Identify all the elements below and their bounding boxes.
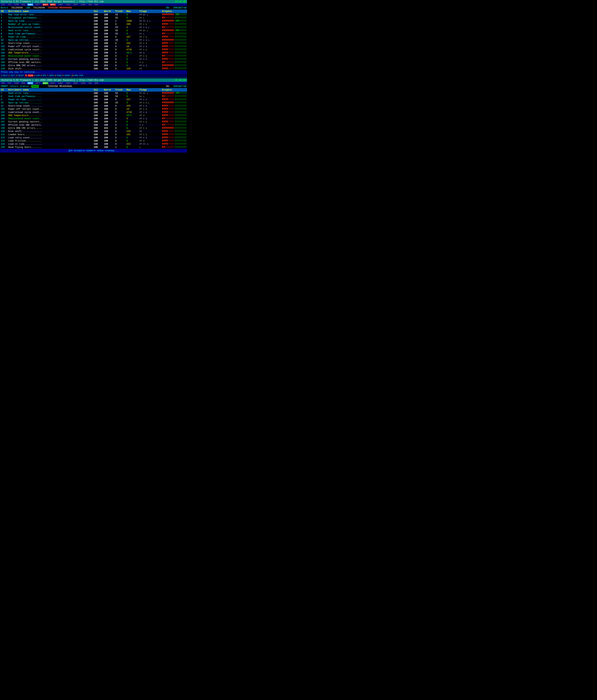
cell-name: HDD Temperature.......... — [8, 52, 94, 54]
cell-id: 220 — [1, 68, 8, 70]
table-header-1: ID Attributs name Val Worst Tresh Raw Fl… — [0, 9, 187, 13]
cell-flags: Pr L — [140, 17, 162, 19]
cell-id: 224 — [1, 140, 8, 142]
cell-name: Seek time perfomance..... — [8, 32, 94, 35]
cell-name: Ultra DMA CRC errors..... — [8, 127, 94, 130]
cell-raw: 38°C — [126, 114, 140, 117]
cell-id: 240 — [1, 146, 8, 149]
cell-val: 100 — [94, 48, 104, 51]
cell-worst: 100 — [104, 52, 115, 54]
cell-val: 100 — [94, 32, 104, 35]
cell-id: 2 — [1, 17, 8, 19]
cell-name: Raw read error rate....... — [8, 14, 94, 16]
cell-thresh: 0 — [115, 64, 126, 67]
cell-graphic — [162, 32, 186, 35]
cell-worst: 100 — [104, 136, 115, 139]
cell-graphic — [162, 26, 186, 29]
cell-worst: 100 — [104, 146, 115, 149]
cell-thresh: 0 — [115, 55, 126, 57]
cell-name: Offline scan UNC sectors. — [8, 61, 94, 64]
cell-worst: 100 — [104, 111, 115, 114]
cell-val: 100 — [94, 42, 104, 45]
cell-flags: Pf C S — [140, 121, 162, 123]
cell-id: 192 — [1, 108, 8, 110]
cell-val: 105 — [94, 39, 104, 42]
cell-id: 198 — [1, 61, 8, 64]
cell-name: Seek error rate.......... — [8, 92, 94, 95]
tag2-drsc[interactable]: DRSC — [27, 82, 33, 84]
cell-worst: 100 — [104, 98, 115, 101]
cell-id: 192 — [1, 45, 8, 48]
cell-raw: 280 — [126, 23, 140, 26]
cell-name: Load/unload cycle count.. — [8, 111, 94, 114]
cell-worst: 100 — [104, 39, 115, 42]
table-row: 8 Seek time perfomance..... 100 100 50 0… — [0, 32, 187, 35]
cell-val: 100 — [94, 98, 104, 101]
cell-raw: 0 — [126, 102, 140, 104]
col2-graphic-header: Graphic — [162, 89, 186, 91]
cell-worst: 100 — [104, 68, 115, 70]
tag2-unc: UNC — [88, 82, 93, 84]
cell-graphic — [162, 136, 186, 139]
screen2: Victoria 3.52 freeware | (c) 2002-2006 S… — [0, 78, 187, 153]
cell-graphic — [162, 117, 186, 120]
cell-flags: Pf C S L — [140, 39, 162, 41]
cell-val: 100 — [94, 36, 104, 38]
cell-graphic — [162, 35, 186, 38]
tag2-amnf: AMNF — [57, 82, 64, 84]
cell-raw: 253 — [126, 143, 140, 146]
cell-raw: 159 — [126, 68, 140, 70]
sn-value-1: 28K1W271W — [173, 6, 186, 9]
cell-name: HDD Temperature.......... — [8, 114, 94, 117]
cell-graphic — [162, 127, 186, 130]
table-body-1: 1 Raw read error rate....... 100 100 50 … — [0, 13, 187, 70]
bottom-msg: Для возврата нажмите любую клавишу... — [69, 149, 118, 152]
table-header-2: ID Attributs name Val Worst Tresh Raw Fl… — [0, 88, 187, 92]
cell-thresh: 0 — [115, 45, 126, 48]
cell-flags: Pf C S — [140, 42, 162, 45]
cell-name: Offline scan UNC sectors. — [8, 124, 94, 126]
app-title-2: Victoria 3.52 freeware | (c) 2002-2006 S… — [1, 79, 103, 81]
cell-flags: Pf C S — [140, 111, 162, 114]
cell-flags: Pf C S — [140, 99, 162, 101]
cell-flags: Pf C S L — [140, 102, 162, 104]
cell-val: 100 — [94, 58, 104, 60]
cell-thresh: 50 — [115, 17, 126, 19]
cell-worst: 100 — [104, 29, 115, 32]
tag-drsc-1[interactable]: DRSC — [27, 4, 33, 6]
cell-raw: 0 — [126, 32, 140, 35]
cell-name: Spin-up retries.......... — [8, 102, 94, 104]
cell-id: 9 — [1, 98, 8, 101]
tag2-wrft: WRFT — [35, 82, 41, 84]
table-row: 223 Load retry count......... 100 100 0 … — [0, 136, 187, 139]
cell-id: 199 — [1, 64, 8, 67]
tag2-bbk: BBK — [94, 82, 99, 84]
cell-worst: 100 — [104, 130, 115, 133]
cell-flags: Pf C S — [140, 108, 162, 110]
cell-raw: 4734 — [126, 48, 140, 51]
table-row: 240 Head flying hours........ 100 100 1 … — [0, 146, 187, 149]
cell-thresh: 0 — [115, 121, 126, 123]
col-val-header: Val — [94, 10, 104, 13]
table-body-2: 7 Seek error rate.......... 100 100 50 0… — [0, 92, 187, 149]
cell-name: Power-off retract count.. — [8, 45, 94, 48]
table-row: 10 Spin-up retries.......... 105 100 30 … — [0, 39, 187, 42]
cell-val: 100 — [94, 55, 104, 57]
screen-separator — [0, 77, 187, 78]
table-row: 10 Spin-up retries.......... 105 100 30 … — [0, 101, 187, 104]
cell-raw: 38°C — [126, 52, 140, 54]
tag-crc: CRC — [1, 4, 6, 6]
cell-worst: 100 — [104, 20, 115, 22]
table-row: 224 Load friction............ 100 100 0 … — [0, 139, 187, 143]
cell-thresh: 0 — [115, 111, 126, 114]
col-flags-header: Flags — [140, 10, 162, 13]
cell-val: 100 — [94, 17, 104, 19]
cell-flags: Pf C S — [140, 23, 162, 25]
cell-worst: 100 — [104, 121, 115, 123]
cell-val: 100 — [94, 20, 104, 22]
table-row: 220 Disk shift............... 100 100 0 … — [0, 67, 187, 70]
tag2-busy: BUSY — [50, 82, 56, 84]
table-row: 8 Seek time perfomance..... 100 100 50 0… — [0, 95, 187, 98]
cell-raw: 0 — [126, 124, 140, 126]
smart-status-value: Good — [31, 85, 39, 88]
